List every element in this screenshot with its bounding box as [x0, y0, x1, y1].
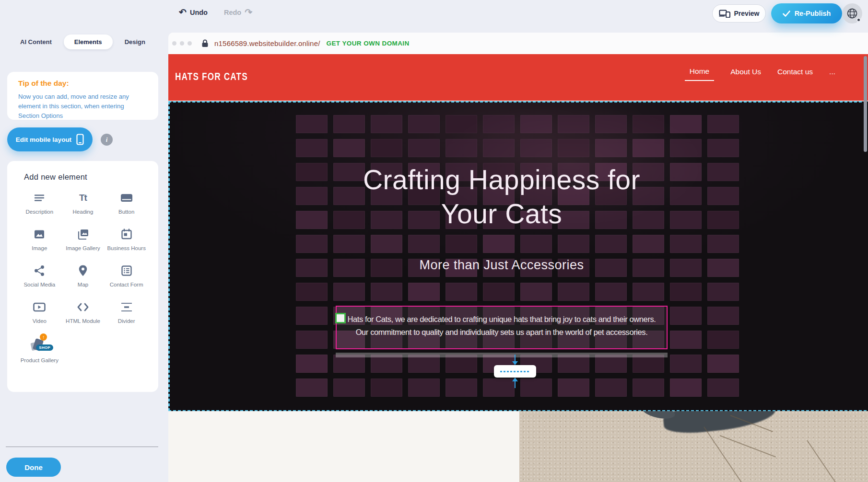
done-button[interactable]: Done — [6, 458, 61, 477]
undo-label: Undo — [190, 9, 208, 16]
hero-tile — [296, 307, 328, 325]
element-video[interactable]: Video — [19, 300, 60, 325]
preview-label: Preview — [734, 10, 760, 17]
undo-redo-group: ↶ Undo Redo ↷ — [179, 8, 252, 17]
floor-grout-line — [704, 426, 743, 482]
hero-tile — [707, 307, 739, 325]
nav-about-us[interactable]: About Us — [730, 68, 761, 80]
nav-contact-us[interactable]: Contact us — [777, 68, 813, 80]
hero-tile — [558, 235, 589, 253]
element-button[interactable]: Button — [106, 191, 147, 216]
image-gallery-icon — [76, 227, 90, 241]
hero-tile — [296, 139, 328, 157]
hero-tile — [520, 235, 552, 253]
globe-status-dot — [856, 18, 861, 22]
hero-subheading[interactable]: More than Just Accessories — [331, 258, 672, 273]
heading-icon: Tt — [76, 191, 90, 205]
tip-body: Now you can add, move and resize any ele… — [18, 92, 147, 120]
hero-tile — [707, 139, 739, 157]
nav-more-ellipsis[interactable]: ... — [829, 68, 835, 80]
contact-form-icon — [119, 264, 134, 278]
hero-tile — [670, 163, 702, 181]
element-social-media[interactable]: Social Media — [19, 264, 60, 288]
selected-text-element[interactable]: Hats for Cats, we are dedicated to craft… — [336, 306, 668, 349]
language-globe-button[interactable] — [842, 3, 862, 23]
section-border-left — [168, 102, 170, 411]
undo-button[interactable]: ↶ Undo — [179, 8, 208, 17]
hero-tile — [670, 139, 702, 157]
hero-tile — [558, 283, 589, 301]
hero-tile — [707, 355, 739, 373]
element-grid: Description Tt Heading Button Image — [18, 191, 148, 364]
hero-tile — [595, 283, 627, 301]
edit-mobile-layout-button[interactable]: Edit mobile layout — [7, 127, 93, 151]
preview-button[interactable]: Preview — [712, 4, 766, 23]
element-description[interactable]: Description — [19, 191, 60, 216]
tip-title: Tip of the day: — [18, 79, 69, 88]
check-icon — [783, 11, 790, 17]
hero-tile — [333, 139, 365, 157]
tip-of-the-day-card: Tip of the day: Now you can add, move an… — [7, 72, 158, 120]
resize-arrow-down — [515, 355, 516, 361]
hero-tile — [670, 187, 702, 205]
site-logo[interactable]: HATS FOR CATS — [175, 70, 248, 83]
hero-tile — [296, 115, 328, 133]
preview-scrollbar[interactable] — [864, 56, 867, 152]
hero-description[interactable]: Hats for Cats, we are dedicated to craft… — [337, 313, 667, 339]
hero-tile — [408, 235, 440, 253]
browser-address-bar: n1566589.websitebuilder.online/ GET YOUR… — [168, 33, 868, 54]
site-nav: Home About Us Contact us ... — [685, 67, 835, 81]
hero-tile — [408, 283, 440, 301]
element-image-gallery[interactable]: Image Gallery — [62, 227, 104, 252]
hero-tile — [483, 139, 515, 157]
element-heading[interactable]: Tt Heading — [62, 191, 104, 216]
site-url[interactable]: n1566589.websitebuilder.online/ — [214, 39, 320, 47]
hero-tile — [670, 259, 702, 277]
tab-elements[interactable]: Elements — [64, 34, 113, 49]
hero-tile — [296, 379, 328, 397]
hero-tile — [633, 139, 664, 157]
next-section-background — [168, 411, 519, 482]
element-image[interactable]: Image — [19, 227, 60, 252]
element-product-gallery[interactable]: ↑ SHOP Product Gallery — [19, 336, 60, 364]
tab-ai-content[interactable]: AI Content — [14, 34, 58, 49]
hero-heading[interactable]: Crafting Happiness for Your Cats — [331, 163, 672, 231]
globe-icon — [846, 8, 858, 19]
element-highlight-bar — [336, 353, 668, 357]
hero-tile — [408, 379, 440, 397]
element-business-hours[interactable]: Business Hours — [106, 227, 147, 252]
republish-label: Re-Publish — [795, 10, 831, 17]
element-map[interactable]: Map — [62, 264, 104, 288]
get-domain-link[interactable]: GET YOUR OWN DOMAIN — [327, 40, 410, 47]
hero-tile — [670, 355, 702, 373]
site-header: HATS FOR CATS Home About Us Contact us .… — [168, 54, 868, 101]
republish-button[interactable]: Re-Publish — [771, 3, 842, 23]
hero-tile — [633, 283, 664, 301]
hero-tile — [707, 331, 739, 349]
nav-home[interactable]: Home — [685, 67, 714, 81]
hero-tile — [707, 187, 739, 205]
hero-tile — [670, 379, 702, 397]
hero-tile — [296, 331, 328, 349]
element-contact-form[interactable]: Contact Form — [106, 264, 147, 288]
panel-tabs: AI Content Elements Design — [14, 34, 151, 49]
info-icon[interactable]: i — [101, 134, 113, 146]
undo-icon: ↶ — [179, 8, 187, 17]
add-element-title: Add new element — [24, 172, 87, 182]
html-module-icon — [76, 300, 90, 314]
hero-tile — [670, 235, 702, 253]
hero-tile — [707, 115, 739, 133]
social-media-icon — [32, 264, 47, 278]
hero-tile — [296, 163, 328, 181]
hero-tile — [520, 283, 552, 301]
image-icon — [32, 227, 47, 241]
hero-tile — [408, 115, 440, 133]
hero-tile — [670, 211, 702, 229]
element-html-module[interactable]: HTML Module — [62, 300, 104, 325]
redo-button[interactable]: Redo ↷ — [224, 8, 252, 17]
section-border-top — [168, 101, 868, 103]
tab-design[interactable]: Design — [119, 34, 151, 49]
element-divider[interactable]: Divider — [106, 300, 147, 325]
hero-tile — [296, 259, 328, 277]
hero-tile — [333, 283, 365, 301]
